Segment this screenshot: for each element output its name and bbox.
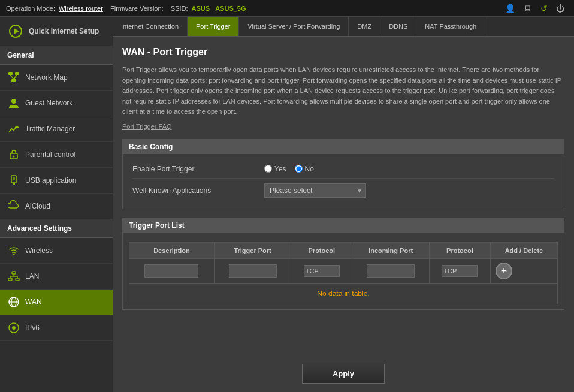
trigger-port-list-title: Trigger Port List xyxy=(123,218,564,233)
sidebar-item-lan[interactable]: LAN xyxy=(0,264,113,290)
trigger-port-table: Description Trigger Port Protocol Incomi… xyxy=(129,242,558,284)
lan-label: LAN xyxy=(25,272,39,281)
wireless-icon xyxy=(7,244,20,257)
guest-network-label: Guest Network xyxy=(25,99,72,107)
col-protocol-2: Protocol xyxy=(429,242,490,258)
tab-nat-passthrough[interactable]: NAT Passthrough xyxy=(416,17,485,36)
ssid-value: ASUS xyxy=(192,5,210,12)
content-area: WAN - Port Trigger Port Trigger allows y… xyxy=(113,37,574,355)
usb-application-icon xyxy=(7,174,20,187)
cell-incoming-port xyxy=(352,258,430,283)
tab-internet-connection[interactable]: Internet Connection xyxy=(113,17,188,36)
basic-config-body: Enable Port Trigger Yes No xyxy=(123,154,564,209)
parental-control-label: Parental control xyxy=(25,150,75,159)
cell-protocol-1: TCP UDP BOTH xyxy=(291,258,352,283)
cell-add-delete: + xyxy=(490,258,557,283)
top-bar: Operation Mode: Wireless router Firmware… xyxy=(0,0,574,17)
monitor-icon[interactable]: 🖥 xyxy=(524,4,532,13)
trigger-port-input[interactable] xyxy=(229,264,277,278)
advanced-settings-section-header: Advanced Settings xyxy=(0,219,113,238)
svg-point-9 xyxy=(13,156,15,158)
wifi-icon[interactable]: ↺ xyxy=(540,4,548,13)
radio-no-input[interactable] xyxy=(295,165,303,173)
incoming-port-input[interactable] xyxy=(367,264,415,278)
sidebar-item-usb-application[interactable]: USB application xyxy=(0,168,113,194)
col-trigger-port: Trigger Port xyxy=(214,242,291,258)
traffic-manager-label: Traffic Manager xyxy=(25,125,75,133)
ssid-5g-value: ASUS_5G xyxy=(215,5,246,12)
network-map-label: Network Map xyxy=(25,73,68,82)
main-panel: Internet Connection Port Trigger Virtual… xyxy=(113,17,574,392)
enable-port-trigger-row: Enable Port Trigger Yes No xyxy=(132,160,554,179)
well-known-apps-select-wrap: Please select ▼ xyxy=(264,183,366,198)
quick-setup-label: Quick Internet Setup xyxy=(29,27,99,35)
trigger-port-table-wrap: Description Trigger Port Protocol Incomi… xyxy=(123,233,564,309)
table-header-row: Description Trigger Port Protocol Incomi… xyxy=(129,242,558,258)
svg-rect-11 xyxy=(13,183,15,185)
well-known-apps-control: Please select ▼ xyxy=(264,183,366,198)
quick-internet-setup[interactable]: Quick Internet Setup xyxy=(0,17,113,46)
active-arrow xyxy=(107,296,113,308)
user-icon[interactable]: 👤 xyxy=(505,4,515,13)
sidebar-item-guest-network[interactable]: Guest Network xyxy=(0,91,113,116)
sidebar-item-aicloud[interactable]: AiCloud xyxy=(0,194,113,219)
add-button[interactable]: + xyxy=(496,263,512,279)
traffic-manager-icon xyxy=(7,122,20,135)
svg-rect-2 xyxy=(8,72,13,75)
well-known-apps-select[interactable]: Please select xyxy=(264,183,366,198)
sidebar-item-parental-control[interactable]: Parental control xyxy=(0,142,113,168)
apply-button[interactable]: Apply xyxy=(302,364,385,384)
enable-port-trigger-label: Enable Port Trigger xyxy=(132,165,264,173)
sidebar-item-traffic-manager[interactable]: Traffic Manager xyxy=(0,116,113,142)
power-icon[interactable]: ⏻ xyxy=(556,4,564,13)
basic-config-title: Basic Config xyxy=(123,140,564,154)
sidebar-item-wan[interactable]: WAN xyxy=(0,290,113,315)
cell-protocol-2: TCP UDP BOTH xyxy=(429,258,490,283)
wan-icon xyxy=(7,295,20,309)
radio-yes-label: Yes xyxy=(274,165,286,173)
ssid-label: SSID: xyxy=(171,5,188,12)
svg-point-26 xyxy=(12,326,16,330)
basic-config-section: Basic Config Enable Port Trigger Yes xyxy=(122,139,564,209)
radio-yes[interactable]: Yes xyxy=(264,165,286,173)
radio-no[interactable]: No xyxy=(295,165,314,173)
svg-rect-15 xyxy=(12,272,16,274)
tab-ddns[interactable]: DDNS xyxy=(380,17,416,36)
trigger-port-list-section: Trigger Port List Description Trigger Po… xyxy=(122,218,564,310)
protocol-1-select[interactable]: TCP UDP BOTH xyxy=(304,265,340,277)
tab-port-trigger[interactable]: Port Trigger xyxy=(188,17,239,36)
cell-trigger-port xyxy=(214,258,291,283)
protocol-2-select[interactable]: TCP UDP BOTH xyxy=(442,265,478,277)
svg-rect-3 xyxy=(15,72,19,75)
sidebar-item-ipv6[interactable]: IPv6 xyxy=(0,315,113,341)
sidebar-item-network-map[interactable]: Network Map xyxy=(0,65,113,91)
svg-rect-16 xyxy=(8,278,12,281)
table-input-row: TCP UDP BOTH TC xyxy=(129,258,558,283)
well-known-apps-label: Well-Known Applications xyxy=(132,186,264,195)
tab-virtual-server[interactable]: Virtual Server / Port Forwarding xyxy=(239,17,349,36)
enable-port-trigger-control: Yes No xyxy=(264,165,314,173)
description-input[interactable] xyxy=(144,264,198,278)
cell-description xyxy=(129,258,215,283)
aicloud-icon xyxy=(7,200,20,213)
apply-section: Apply xyxy=(113,355,574,392)
aicloud-label: AiCloud xyxy=(25,202,50,210)
top-icons: 👤 🖥 ↺ ⏻ xyxy=(505,4,568,13)
operation-mode-value: Wireless router xyxy=(59,5,103,12)
no-data-message: No data in table. xyxy=(129,284,558,304)
usb-application-label: USB application xyxy=(25,176,76,185)
ipv6-icon xyxy=(7,321,20,334)
col-add-delete: Add / Delete xyxy=(490,242,557,258)
quick-setup-icon xyxy=(7,23,24,40)
svg-point-14 xyxy=(13,254,15,255)
well-known-apps-row: Well-Known Applications Please select ▼ xyxy=(132,179,554,203)
radio-yes-input[interactable] xyxy=(264,165,272,173)
radio-no-label: No xyxy=(305,165,314,173)
tab-dmz[interactable]: DMZ xyxy=(349,17,380,36)
faq-link[interactable]: Port Trigger FAQ xyxy=(122,123,172,130)
svg-line-5 xyxy=(10,75,14,79)
sidebar-item-wireless[interactable]: Wireless xyxy=(0,238,113,264)
firmware-label: Firmware Version: xyxy=(110,5,164,12)
general-section-header: General xyxy=(0,46,113,65)
tab-bar: Internet Connection Port Trigger Virtual… xyxy=(113,17,574,37)
